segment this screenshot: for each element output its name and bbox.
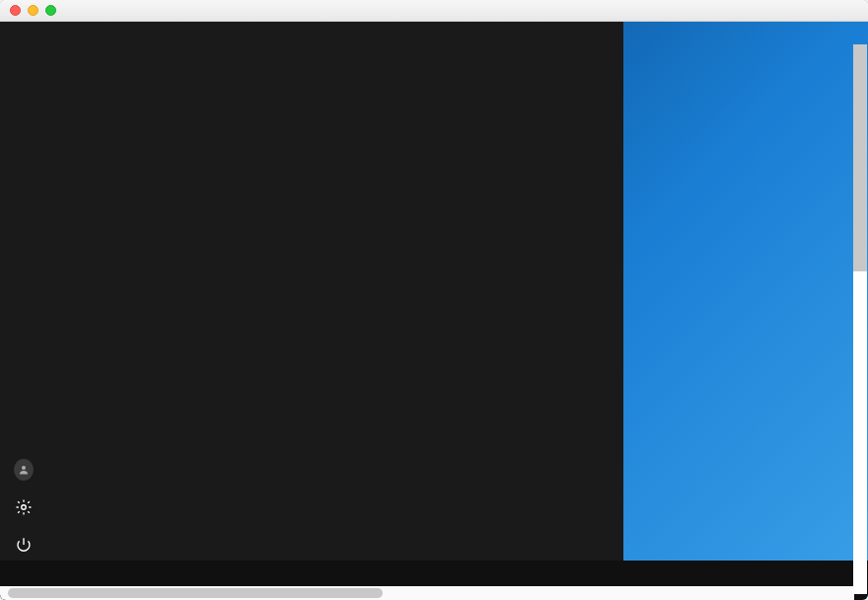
remote-session-viewport — [0, 22, 868, 600]
close-icon[interactable] — [10, 5, 21, 16]
user-account-button[interactable] — [14, 460, 34, 480]
settings-button[interactable] — [14, 497, 34, 517]
start-menu — [0, 22, 623, 561]
scroll-thumb[interactable] — [853, 44, 867, 271]
start-app-list[interactable] — [47, 22, 308, 561]
start-rail — [0, 22, 47, 561]
minimize-icon[interactable] — [28, 5, 38, 16]
power-icon — [15, 536, 33, 554]
window-controls — [0, 5, 56, 16]
svg-point-1 — [22, 505, 27, 510]
power-button[interactable] — [14, 535, 34, 555]
vertical-scrollbar[interactable] — [853, 44, 867, 594]
user-avatar-icon — [14, 459, 34, 481]
remote-desktop-window — [0, 0, 868, 600]
horizontal-scrollbar[interactable] — [0, 586, 854, 600]
scroll-thumb[interactable] — [8, 588, 383, 598]
svg-point-0 — [22, 466, 26, 470]
mac-titlebar[interactable] — [0, 0, 868, 22]
gear-icon — [15, 498, 33, 516]
zoom-icon[interactable] — [45, 5, 56, 16]
start-tiles-panel — [308, 22, 623, 561]
